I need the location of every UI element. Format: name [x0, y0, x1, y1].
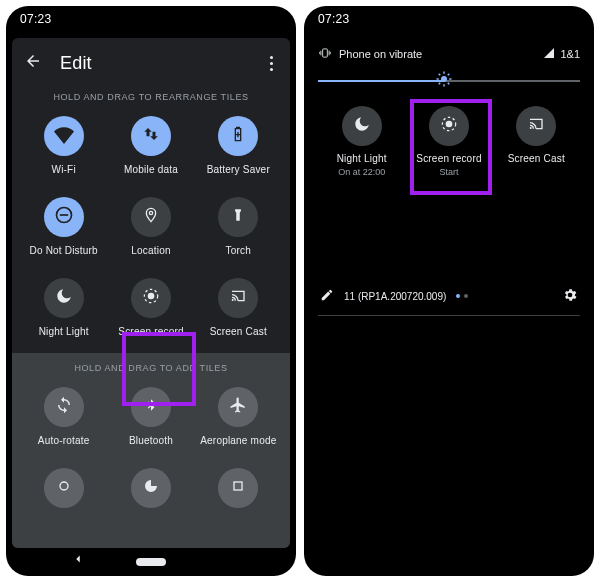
brightness-slider[interactable]	[318, 80, 580, 82]
airplane-icon	[229, 396, 247, 418]
page-title: Edit	[60, 53, 270, 74]
swap-icon	[142, 125, 160, 147]
edit-icon[interactable]	[320, 288, 334, 304]
generic-icon	[230, 478, 246, 498]
battery-icon	[230, 125, 246, 147]
wifi-icon	[54, 124, 74, 148]
navbar-left	[6, 546, 296, 576]
vibrate-status: Phone on vibrate	[339, 48, 422, 60]
sim-carrier: 1&1	[560, 48, 580, 60]
svg-point-2	[149, 211, 152, 214]
tile-partial-3[interactable]	[195, 468, 282, 508]
svg-point-13	[530, 127, 532, 129]
overflow-menu-icon[interactable]	[270, 56, 274, 71]
cast-icon	[229, 288, 247, 308]
svg-point-5	[232, 299, 234, 301]
brightness-thumb-icon[interactable]	[435, 70, 453, 92]
page-indicator	[456, 294, 468, 298]
rearrange-caption: HOLD AND DRAG TO REARRANGE TILES	[12, 84, 290, 112]
location-icon	[143, 206, 159, 228]
generic-icon	[56, 478, 72, 498]
dnd-icon	[54, 205, 74, 229]
moon-icon	[55, 287, 73, 309]
statusbar-left: 07:23	[6, 6, 296, 32]
tile-mobile-data[interactable]: Mobile data	[107, 116, 194, 175]
tile-aeroplane[interactable]: Aeroplane mode	[195, 387, 282, 446]
clock-right: 07:23	[318, 12, 350, 26]
tile-battery-saver[interactable]: Battery Saver	[195, 116, 282, 175]
rotate-icon	[55, 396, 73, 418]
qs-tile-screen-cast[interactable]: Screen Cast	[496, 106, 576, 177]
qs-divider	[318, 315, 580, 316]
screen-record-icon	[141, 286, 161, 310]
tile-location[interactable]: Location	[107, 197, 194, 256]
tile-night-light[interactable]: Night Light	[20, 278, 107, 337]
vibrate-icon	[318, 46, 332, 62]
qs-tile-night-light[interactable]: Night Light On at 22:00	[322, 106, 402, 177]
svg-point-3	[148, 293, 155, 300]
qs-edit-panel: Edit HOLD AND DRAG TO REARRANGE TILES Wi…	[12, 38, 290, 548]
tile-dnd[interactable]: Do Not Disturb	[20, 197, 107, 256]
phone-left: 07:23 Edit HOLD AND DRAG TO REARRANGE TI…	[6, 6, 296, 576]
svg-rect-7	[234, 482, 242, 490]
nav-home-icon[interactable]	[136, 552, 166, 570]
signal-icon	[543, 47, 555, 61]
tile-wifi[interactable]: Wi-Fi	[20, 116, 107, 175]
tile-torch[interactable]: Torch	[195, 197, 282, 256]
highlight-screen-record-left	[122, 332, 196, 406]
tile-screen-cast[interactable]: Screen Cast	[195, 278, 282, 337]
generic-icon	[143, 478, 159, 498]
qs-footer: 11 (RP1A.200720.009)	[318, 287, 580, 305]
tile-partial-1[interactable]	[20, 468, 107, 508]
nav-back-icon[interactable]	[71, 552, 85, 570]
tile-auto-rotate[interactable]: Auto-rotate	[20, 387, 107, 446]
tile-partial-2[interactable]	[107, 468, 194, 508]
phone-right: 07:23 Phone on vibrate 1&1	[304, 6, 594, 576]
build-version: 11 (RP1A.200720.009)	[344, 291, 446, 302]
clock-left: 07:23	[20, 12, 52, 26]
svg-point-10	[441, 76, 447, 82]
torch-icon	[231, 206, 245, 228]
highlight-screen-record-right	[410, 99, 492, 195]
tile-screen-record[interactable]: Screen record	[107, 278, 194, 337]
brightness-fill	[318, 80, 444, 82]
svg-rect-9	[323, 49, 328, 57]
gear-icon[interactable]	[562, 287, 578, 305]
cast-icon	[527, 116, 545, 136]
moon-icon	[353, 115, 371, 137]
active-tiles-grid: Wi-Fi Mobile data Battery Saver	[12, 112, 290, 351]
svg-point-6	[60, 482, 68, 490]
svg-rect-8	[136, 558, 166, 566]
statusbar-right: 07:23	[304, 6, 594, 32]
svg-rect-1	[59, 214, 67, 216]
back-icon[interactable]	[24, 52, 42, 74]
